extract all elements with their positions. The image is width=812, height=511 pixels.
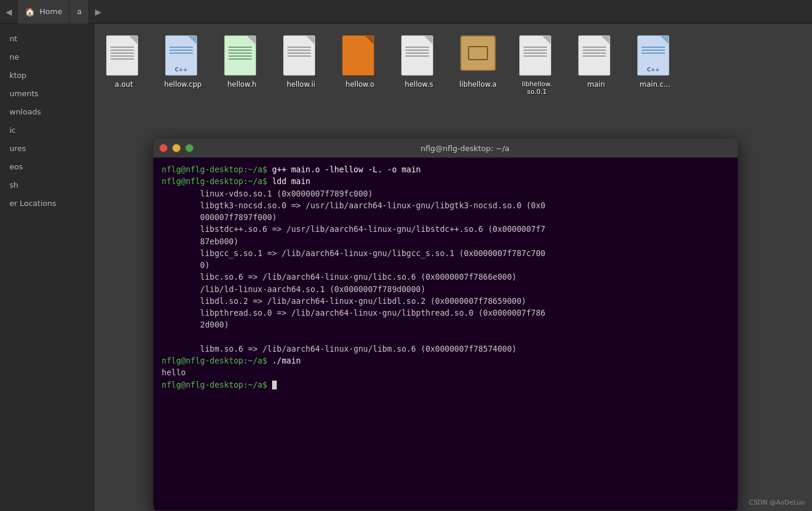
terminal-output-6: /lib/ld-linux-aarch64.so.1 (0x0000007f78… [162, 283, 729, 295]
terminal-output-2: libgtk3-nocsd.so.0 => /usr/lib/aarch64-l… [162, 199, 729, 224]
terminal-prompt-1: nflg@nflg-desktop:~/a$ [162, 176, 267, 186]
terminal-output-9 [162, 331, 729, 343]
file-item-mainc[interactable]: C++ main.c... [631, 35, 679, 89]
terminal-prompt-0: nflg@nflg-desktop:~/a$ [162, 165, 267, 174]
file-item-hellowh[interactable]: hellow.h [218, 35, 266, 89]
terminal-cmd-2: ./main [267, 356, 301, 365]
file-label-hellowcpp: hellow.cpp [164, 80, 201, 89]
nav-back-icon: ◀ [6, 7, 12, 17]
terminal-output-8: libpthread.so.0 => /lib/aarch64-linux-gn… [162, 307, 729, 331]
terminal-output-10: libm.so.6 => /lib/aarch64-linux-gnu/libm… [162, 343, 729, 355]
tab-home[interactable]: 🏠 Home [18, 0, 70, 24]
file-icon-hellowii [283, 35, 319, 77]
sidebar-item-5[interactable]: ic [0, 121, 94, 139]
file-label-hellowii: hellow.ii [287, 80, 315, 89]
watermark: CSDN @AoDeLuo [749, 499, 805, 506]
file-item-libhellowso[interactable]: libhellow. so.0.1 [513, 35, 561, 96]
window-maximize-button[interactable] [185, 144, 194, 152]
terminal-cmd-3 [267, 380, 272, 389]
sidebar-item-8[interactable]: sh [0, 176, 94, 194]
terminal-prompt-2: nflg@nflg-desktop:~/a$ [162, 356, 267, 365]
nav-forward-icon: ▶ [95, 7, 102, 17]
file-label-hellowh: hellow.h [227, 80, 256, 89]
file-item-libhellowa[interactable]: libhellow.a [454, 35, 502, 89]
file-icon-libhellowa [460, 35, 496, 77]
file-item-hellowii[interactable]: hellow.ii [277, 35, 325, 89]
top-bar: ◀ 🏠 Home a ▶ [0, 0, 812, 24]
tab-a-label: a [77, 7, 81, 16]
terminal-line-3: nflg@nflg-desktop:~/a$ [162, 379, 729, 391]
terminal-body[interactable]: nflg@nflg-desktop:~/a$ g++ main.o -lhell… [153, 158, 738, 510]
terminal-titlebar: nflg@nflg-desktop: ~/a [153, 139, 738, 158]
sidebar-item-9[interactable]: er Locations [0, 194, 94, 212]
window-minimize-button[interactable] [172, 144, 181, 152]
sidebar: nt ne ktop uments wnloads ic ures eos sh… [0, 24, 94, 511]
home-icon: 🏠 [25, 7, 35, 17]
terminal-cmd-0: g++ main.o -lhellow -L. -o main [267, 165, 421, 174]
terminal-window: nflg@nflg-desktop: ~/a nflg@nflg-desktop… [153, 139, 738, 510]
terminal-line-1: nflg@nflg-desktop:~/a$ ldd main [162, 175, 729, 187]
terminal-cursor [272, 381, 277, 389]
terminal-line-0: nflg@nflg-desktop:~/a$ g++ main.o -lhell… [162, 163, 729, 175]
file-label-aout: a.out [115, 80, 133, 89]
file-area: a.out C++ hellow.cpp [94, 24, 812, 511]
file-icon-libhellowso [519, 35, 555, 77]
terminal-cmd-1: ldd main [267, 176, 310, 186]
terminal-title: nflg@nflg-desktop: ~/a [198, 144, 732, 153]
terminal-prompt-3: nflg@nflg-desktop:~/a$ [162, 380, 267, 389]
file-item-main[interactable]: main [572, 35, 620, 89]
file-icon-aout [106, 35, 142, 77]
file-icon-hellows [401, 35, 437, 77]
sidebar-item-2[interactable]: ktop [0, 66, 94, 84]
sidebar-item-6[interactable]: ures [0, 139, 94, 158]
terminal-output-5: libc.so.6 => /lib/aarch64-linux-gnu/libc… [162, 271, 729, 283]
file-icon-hellowh [224, 35, 260, 77]
main-area: nt ne ktop uments wnloads ic ures eos sh… [0, 24, 812, 511]
file-item-aout[interactable]: a.out [100, 35, 148, 89]
sidebar-item-4[interactable]: wnloads [0, 103, 94, 121]
file-icon-main [578, 35, 614, 77]
terminal-output-4: libgcc_s.so.1 => /lib/aarch64-linux-gnu/… [162, 247, 729, 271]
file-icons-row: a.out C++ hellow.cpp [94, 24, 812, 133]
terminal-line-2: nflg@nflg-desktop:~/a$ ./main [162, 355, 729, 366]
terminal-output-7: libdl.so.2 => /lib/aarch64-linux-gnu/lib… [162, 295, 729, 307]
terminal-output-1: linux-vdso.so.1 (0x0000007f789fc000) [162, 188, 729, 199]
tab-home-label: Home [40, 7, 62, 16]
sidebar-item-7[interactable]: eos [0, 158, 94, 176]
file-item-hellowo[interactable]: hellow.o [336, 35, 384, 89]
file-label-mainc: main.c... [640, 80, 670, 89]
file-icon-mainc: C++ [637, 35, 673, 77]
file-label-hellows: hellow.s [405, 80, 433, 89]
window-close-button[interactable] [159, 144, 168, 152]
nav-back-button[interactable]: ◀ [0, 0, 18, 24]
file-label-libhellowso: libhellow. so.0.1 [522, 80, 552, 96]
terminal-output-hello: hello [162, 366, 729, 378]
file-label-libhellowa: libhellow.a [459, 80, 496, 89]
tab-a[interactable]: a [70, 0, 89, 24]
file-icon-hellowo [342, 35, 378, 77]
sidebar-item-0[interactable]: nt [0, 30, 94, 48]
terminal-output-3: libstdc++.so.6 => /usr/lib/aarch64-linux… [162, 223, 729, 247]
sidebar-item-3[interactable]: uments [0, 84, 94, 103]
file-label-hellowo: hellow.o [346, 80, 375, 89]
sidebar-item-1[interactable]: ne [0, 48, 94, 66]
file-item-hellowcpp[interactable]: C++ hellow.cpp [159, 35, 207, 89]
file-label-main: main [587, 80, 605, 89]
file-item-hellows[interactable]: hellow.s [395, 35, 443, 89]
file-icon-hellowcpp: C++ [165, 35, 201, 77]
nav-forward-button[interactable]: ▶ [89, 0, 107, 24]
